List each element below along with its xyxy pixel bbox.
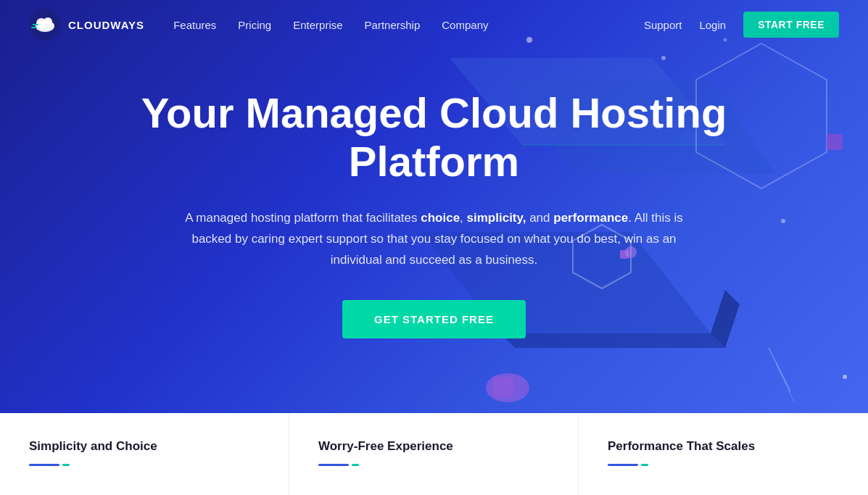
underline-blue-2 xyxy=(318,464,349,466)
nav-left: CLOUDWAYS Features Pricing Enterprise Pa… xyxy=(29,9,488,41)
hero-content: Your Managed Cloud Hosting Platform A ma… xyxy=(108,89,761,338)
svg-rect-13 xyxy=(827,134,843,150)
underline-blue-3 xyxy=(608,464,638,466)
start-free-button[interactable]: START FREE xyxy=(743,12,839,38)
subtitle-and: and xyxy=(526,211,553,225)
svg-point-18 xyxy=(781,219,785,223)
support-link[interactable]: Support xyxy=(644,19,682,31)
subtitle-text-1: A managed hosting platform that facilita… xyxy=(185,211,421,225)
card-performance: Performance That Scales xyxy=(579,413,868,495)
card-worry-free-underline xyxy=(318,464,549,466)
nav-link-features[interactable]: Features xyxy=(173,19,216,31)
nav-link-company[interactable]: Company xyxy=(442,19,488,31)
subtitle-comma: , xyxy=(460,211,466,225)
card-simplicity-title: Simplicity and Choice xyxy=(29,439,260,454)
nav-right: Support Login START FREE xyxy=(644,12,839,38)
hero-cta-button[interactable]: GET STARTED FREE xyxy=(342,300,526,338)
svg-point-17 xyxy=(661,56,666,60)
nav-link-partnership[interactable]: Partnership xyxy=(365,19,421,31)
underline-blue-1 xyxy=(29,464,59,466)
subtitle-bold-simplicity: simplicity, xyxy=(467,211,526,225)
svg-point-3 xyxy=(44,17,52,26)
subtitle-bold-choice: choice xyxy=(421,211,460,225)
underline-green-1 xyxy=(62,464,70,466)
hero-title: Your Managed Cloud Hosting Platform xyxy=(108,89,761,186)
svg-line-22 xyxy=(776,362,794,402)
login-link[interactable]: Login xyxy=(699,19,726,31)
logo-icon xyxy=(29,9,61,41)
underline-green-3 xyxy=(641,464,648,466)
navbar: CLOUDWAYS Features Pricing Enterprise Pa… xyxy=(0,0,868,49)
nav-links: Features Pricing Enterprise Partnership … xyxy=(173,19,488,31)
nav-link-pricing[interactable]: Pricing xyxy=(238,19,271,31)
svg-point-23 xyxy=(486,373,529,402)
cards-section: Simplicity and Choice Worry-Free Experie… xyxy=(0,413,868,495)
svg-point-19 xyxy=(843,375,847,379)
card-simplicity-underline xyxy=(29,464,260,466)
card-worry-free: Worry-Free Experience xyxy=(289,413,579,495)
card-performance-underline xyxy=(608,464,839,466)
brand-name: CLOUDWAYS xyxy=(68,19,144,31)
hero-subtitle: A managed hosting platform that facilita… xyxy=(181,208,688,271)
card-simplicity: Simplicity and Choice xyxy=(0,413,289,495)
card-performance-title: Performance That Scales xyxy=(608,439,839,454)
underline-green-2 xyxy=(352,464,359,466)
hero-section: Your Managed Cloud Hosting Platform A ma… xyxy=(0,0,868,413)
nav-link-enterprise[interactable]: Enterprise xyxy=(293,19,342,31)
logo[interactable]: CLOUDWAYS xyxy=(29,9,144,41)
card-worry-free-title: Worry-Free Experience xyxy=(318,439,549,454)
subtitle-bold-performance: performance xyxy=(553,211,628,225)
